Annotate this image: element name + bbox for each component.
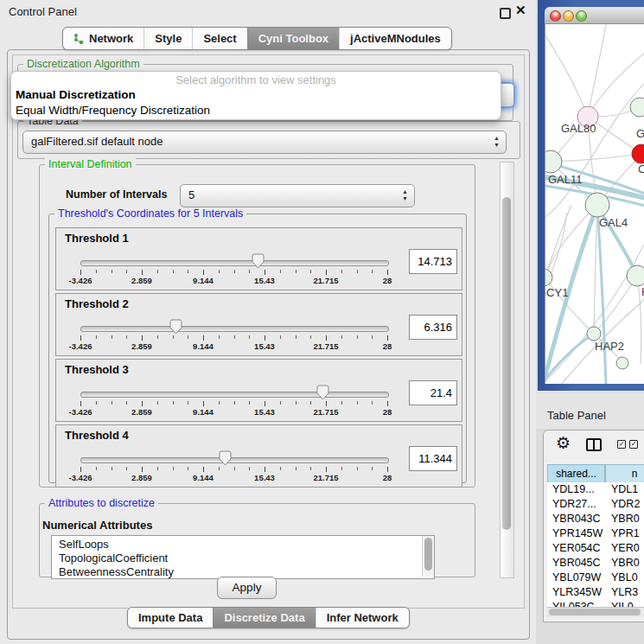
attribute-item-topologicalcoefficient[interactable]: TopologicalCoefficient xyxy=(52,552,434,565)
threshold-value-field[interactable]: 14.713 xyxy=(409,249,457,274)
list-scrollbar[interactable] xyxy=(422,536,434,577)
slider-track[interactable] xyxy=(80,392,389,398)
dropdown-option-equal-width-frequency[interactable]: Equal Width/Frequency Discretization xyxy=(11,103,501,118)
slider-handle[interactable] xyxy=(169,319,182,335)
tab-style[interactable]: Style xyxy=(143,28,192,49)
slider-tick xyxy=(157,467,158,470)
threshold-value-field[interactable]: 11.344 xyxy=(409,446,457,471)
slider-tick xyxy=(341,335,342,339)
minimize-light[interactable] xyxy=(563,10,574,22)
numerical-attributes-list[interactable]: SelfLoopsTopologicalCoefficientBetweenne… xyxy=(51,535,435,579)
number-of-intervals-label: Number of Intervals xyxy=(66,188,167,201)
slider-tick xyxy=(80,335,81,341)
tick-label: 15.43 xyxy=(243,473,286,482)
network-node-hap2[interactable] xyxy=(587,327,601,341)
node-label-gal4: GAL4 xyxy=(599,216,628,229)
tab-network[interactable]: Network xyxy=(63,28,143,49)
table-row[interactable]: YER054CYER0 xyxy=(547,541,644,556)
table-row[interactable]: YBR043CYBR0 xyxy=(547,512,644,526)
slider-handle[interactable] xyxy=(219,450,232,466)
node-label-gal11: GAL11 xyxy=(548,173,583,186)
split-columns-icon[interactable] xyxy=(586,438,602,451)
slider-tick xyxy=(126,335,127,339)
tick-label: -3.426 xyxy=(59,276,102,285)
table-row[interactable]: YDR27...YDR2 xyxy=(547,497,644,512)
tab-select[interactable]: Select xyxy=(192,28,246,49)
tick-label: 21.715 xyxy=(304,473,348,482)
table-row[interactable]: YPR145WYPR1 xyxy=(547,526,644,541)
network-node-gal4[interactable] xyxy=(585,193,609,217)
close-light[interactable] xyxy=(550,10,561,22)
subtab-impute-data[interactable]: Impute Data xyxy=(128,608,213,628)
number-of-intervals-combobox[interactable]: 5 xyxy=(180,184,415,207)
settings-scrollbar[interactable] xyxy=(500,162,514,578)
network-window-titlebar[interactable] xyxy=(545,7,644,24)
slider-tick xyxy=(310,467,311,470)
network-view-window: GAL80GCGAL11GAL4GCY1HHAP2 xyxy=(545,7,644,384)
threshold-value-field[interactable]: 6.316 xyxy=(409,315,457,340)
attribute-item-selfloops[interactable]: SelfLoops xyxy=(52,538,434,552)
tick-label: 2.859 xyxy=(120,276,163,285)
attributes-group: Attributes to discretize Numerical Attri… xyxy=(39,503,475,577)
node-label-gcy1: GCY1 xyxy=(545,286,568,299)
slider-track[interactable] xyxy=(80,260,389,266)
network-node-g[interactable] xyxy=(630,98,644,117)
close-icon[interactable] xyxy=(515,3,526,18)
table-row[interactable]: YLR345WYLR3 xyxy=(547,585,644,600)
tick-label: 15.43 xyxy=(243,276,286,285)
slider-tick xyxy=(219,401,220,405)
slider-tick xyxy=(296,270,296,273)
tick-label: 9.144 xyxy=(182,341,225,351)
column-header-shared-name[interactable]: shared... xyxy=(547,464,605,483)
table-horizontal-scrollbar[interactable] xyxy=(547,607,644,617)
table-hscrollbar-thumb[interactable] xyxy=(549,609,641,615)
subtab-infer-network[interactable]: Infer Network xyxy=(316,608,409,628)
tab-jactivemnodules[interactable]: jActiveMNodules xyxy=(339,28,451,49)
network-node-gal11[interactable] xyxy=(545,150,562,173)
dropdown-prompt-item[interactable]: Select algorithm to view settings xyxy=(11,72,501,87)
subtab-discretize-data[interactable]: Discretize Data xyxy=(213,608,315,628)
settings-scrollbar-thumb[interactable] xyxy=(502,197,511,530)
right-panel-area: GAL80GCGAL11GAL4GCY1HHAP2 Table Panel sh… xyxy=(536,0,644,644)
cell-shared-name: YDR27... xyxy=(552,497,596,512)
threshold-value-field[interactable]: 21.4 xyxy=(409,380,457,405)
apply-button[interactable]: Apply xyxy=(217,577,277,599)
slider-tick xyxy=(357,270,358,273)
float-window-icon[interactable] xyxy=(500,8,511,19)
tick-label: 28 xyxy=(366,407,409,417)
slider-handle[interactable] xyxy=(316,385,329,400)
column-header-name[interactable]: n xyxy=(605,464,644,483)
slider-tick xyxy=(219,335,220,339)
checkbox-icon[interactable] xyxy=(629,440,638,449)
tick-label: -3.426 xyxy=(59,473,102,482)
slider-handle[interactable] xyxy=(252,253,265,269)
slider-track[interactable] xyxy=(80,457,389,463)
tab-cyni-toolbox[interactable]: Cyni Toolbox xyxy=(247,28,339,49)
cell-shared-name: YBL079W xyxy=(552,571,601,585)
slider-tick xyxy=(234,467,235,470)
gear-icon[interactable] xyxy=(556,433,571,453)
table-row[interactable]: YBR045CYBR0 xyxy=(547,556,644,571)
network-node-h[interactable] xyxy=(627,265,644,286)
table-row[interactable]: YIL053CYIL0 xyxy=(547,600,644,607)
list-scrollbar-thumb[interactable] xyxy=(424,538,432,571)
table-row[interactable]: YDL19...YDL1 xyxy=(547,482,644,497)
tick-label: 28 xyxy=(366,341,409,351)
table-row[interactable]: YBL079WYBL0 xyxy=(547,571,644,585)
tick-label: 21.715 xyxy=(304,276,348,285)
zoom-light[interactable] xyxy=(576,10,587,22)
slider-tick xyxy=(341,401,342,405)
cell-shared-name: YER054C xyxy=(552,541,601,556)
slider-track[interactable] xyxy=(80,326,389,332)
table-data-combobox[interactable]: galFiltered.sif default node xyxy=(22,131,507,154)
slider-tick xyxy=(357,401,358,405)
slider-tick xyxy=(112,401,112,405)
checkbox-icon[interactable] xyxy=(617,440,626,449)
dropdown-option-manual-discretization[interactable]: Manual Discretization xyxy=(11,87,501,103)
network-node-c[interactable] xyxy=(632,144,644,163)
network-canvas[interactable]: GAL80GCGAL11GAL4GCY1HHAP2 xyxy=(545,24,644,384)
node-label-gal80: GAL80 xyxy=(561,122,596,135)
network-node[interactable] xyxy=(616,357,628,369)
slider-tick xyxy=(203,270,204,275)
combobox-stepper-icon xyxy=(494,135,500,149)
